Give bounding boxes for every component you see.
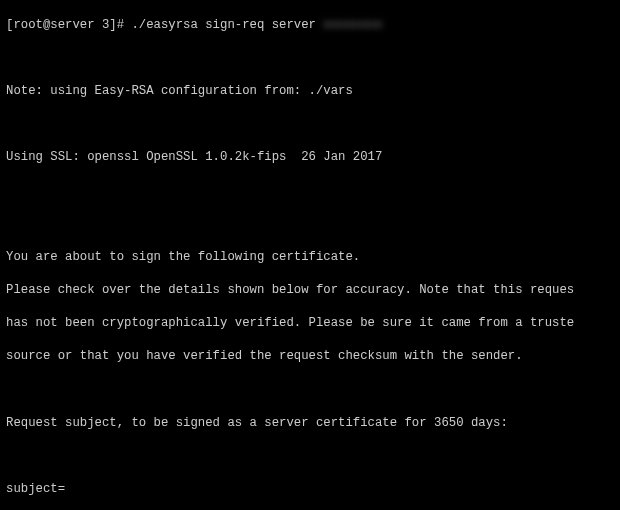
check-line-3: source or that you have verified the req… bbox=[6, 348, 614, 365]
note-line: Note: using Easy-RSA configuration from:… bbox=[6, 83, 614, 100]
prompt-line: [root@server 3]# ./easyrsa sign-req serv… bbox=[6, 18, 323, 32]
ssl-line: Using SSL: openssl OpenSSL 1.0.2k-fips 2… bbox=[6, 149, 614, 166]
hidden-server-name: xxxxxxxx bbox=[323, 18, 382, 32]
terminal-window[interactable]: [root@server 3]# ./easyrsa sign-req serv… bbox=[0, 0, 620, 510]
subject-header: subject= bbox=[6, 481, 614, 498]
check-line-1: Please check over the details shown belo… bbox=[6, 282, 614, 299]
request-subject-line: Request subject, to be signed as a serve… bbox=[6, 415, 614, 432]
about-line: You are about to sign the following cert… bbox=[6, 249, 614, 266]
check-line-2: has not been cryptographically verified.… bbox=[6, 315, 614, 332]
